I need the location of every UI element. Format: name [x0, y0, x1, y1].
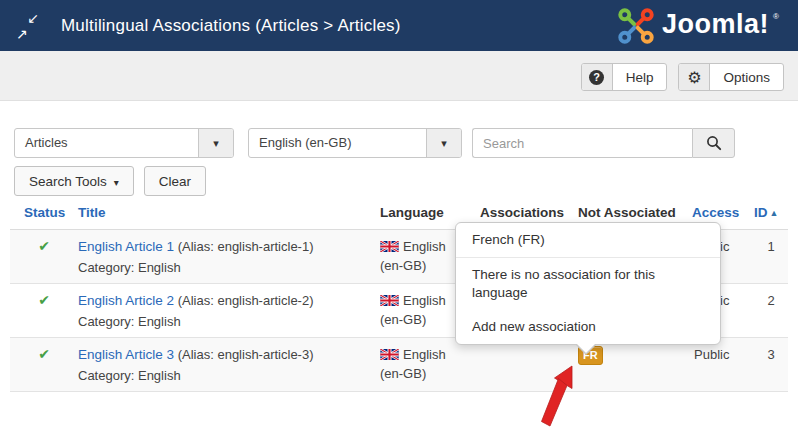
- red-annotation-arrow: [540, 364, 582, 430]
- article-id: 1: [754, 230, 788, 284]
- options-button[interactable]: ⚙ Options: [678, 63, 784, 91]
- search-input[interactable]: [472, 128, 692, 158]
- sort-by-status-link[interactable]: Status: [24, 205, 65, 220]
- clear-button[interactable]: Clear: [144, 166, 206, 196]
- uk-flag-icon: [380, 241, 399, 252]
- article-category: Category: English: [78, 366, 380, 385]
- uk-flag-icon: [380, 295, 399, 306]
- joomla-logo-mark: [617, 7, 655, 45]
- table-row: ✔ English Article 3 (Alias: english-arti…: [10, 338, 788, 392]
- registered-mark: ®: [773, 12, 779, 21]
- sort-by-id-link[interactable]: ID▲: [754, 205, 778, 220]
- help-button[interactable]: ? Help: [581, 63, 668, 91]
- arrow-down-left-icon: ↙: [27, 10, 39, 26]
- article-title-link[interactable]: English Article 1: [78, 239, 174, 254]
- joomla-logo-text: Joomla!: [662, 9, 769, 40]
- article-alias: (Alias: english-article-1): [178, 239, 314, 254]
- app-header: ↙ ↗ Multilingual Associations (Articles …: [0, 0, 798, 51]
- uk-flag-icon: [380, 349, 399, 360]
- chevron-down-icon[interactable]: ▾: [426, 129, 461, 157]
- association-popup: French (FR) There is no association for …: [455, 222, 721, 345]
- chevron-down-icon: ▾: [114, 177, 119, 188]
- article-category: Category: English: [78, 258, 380, 277]
- article-alias: (Alias: english-article-3): [178, 347, 314, 362]
- collapse-icon[interactable]: ↙ ↗: [15, 14, 39, 38]
- search-tools-button[interactable]: Search Tools ▾: [14, 166, 134, 196]
- help-button-label: Help: [613, 64, 667, 90]
- search-button[interactable]: [692, 128, 735, 158]
- published-status-icon[interactable]: ✔: [38, 238, 50, 254]
- page-title: Multilingual Associations (Articles > Ar…: [61, 16, 401, 36]
- add-new-association-link[interactable]: Add new association: [456, 310, 720, 344]
- help-icon: ?: [582, 64, 613, 90]
- joomla-logo: Joomla!®: [617, 7, 782, 45]
- options-button-label: Options: [710, 64, 783, 90]
- search-tools-label: Search Tools: [29, 174, 107, 189]
- article-title-link[interactable]: English Article 2: [78, 293, 174, 308]
- clear-button-label: Clear: [159, 174, 191, 189]
- article-id: 2: [754, 284, 788, 338]
- arrow-up-right-icon: ↗: [16, 26, 28, 42]
- published-status-icon[interactable]: ✔: [38, 346, 50, 362]
- language-select[interactable]: English (en-GB) ▾: [248, 128, 462, 158]
- article-alias: (Alias: english-article-2): [178, 293, 314, 308]
- gear-icon: ⚙: [679, 64, 710, 90]
- sort-ascending-icon: ▲: [770, 208, 779, 218]
- article-category: Category: English: [78, 312, 380, 331]
- article-id: 3: [754, 338, 788, 392]
- filter-bar: Articles ▾ English (en-GB) ▾: [14, 128, 735, 158]
- sort-by-access-link[interactable]: Access: [692, 205, 739, 220]
- item-type-select[interactable]: Articles ▾: [14, 128, 234, 158]
- item-type-selected-value: Articles: [15, 129, 198, 157]
- search-icon: [706, 135, 722, 151]
- article-title-link[interactable]: English Article 3: [78, 347, 174, 362]
- language-selected-value: English (en-GB): [249, 129, 426, 157]
- access-level: Public: [692, 338, 754, 392]
- published-status-icon[interactable]: ✔: [38, 292, 50, 308]
- popup-language-header: French (FR): [456, 223, 720, 258]
- popup-no-association-message: There is no association for this languag…: [456, 258, 720, 310]
- toolbar: ? Help ⚙ Options: [0, 51, 798, 101]
- chevron-down-icon[interactable]: ▾: [198, 129, 233, 157]
- sort-by-title-link[interactable]: Title: [78, 205, 106, 220]
